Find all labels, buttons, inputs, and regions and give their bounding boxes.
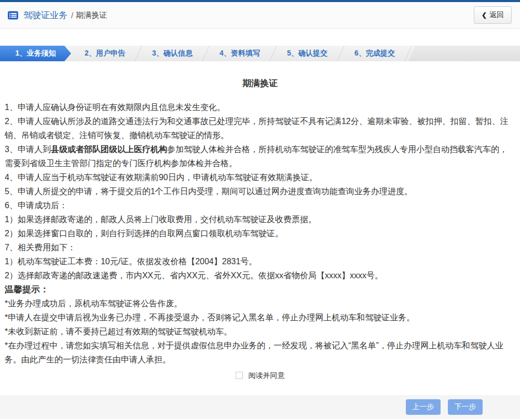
paragraph-bold-text: 县级或者部队团级以上医疗机构: [51, 145, 167, 154]
step-tab-1-business-notice[interactable]: 1、业务须知: [0, 46, 71, 61]
tip-paragraph: *未收到新证前，请不要持已超过有效期的驾驶证驾驶机动车。: [5, 324, 515, 338]
step-tab-2-user-declaration[interactable]: 2、用户申告: [71, 46, 139, 61]
breadcrumb-section: 驾驶证业务: [23, 9, 67, 21]
notice-paragraph: 2）选择邮政寄递的邮政速递费，市内XX元、省内XX元、省外XX元。依据xx省物价…: [5, 268, 515, 282]
chevron-left-icon: ❮: [482, 11, 487, 19]
notice-paragraph: 6、申请成功后：: [5, 198, 515, 212]
tip-paragraph: *在办理过程中，请您如实填写相关信息，对于提供虚假信息申办业务的，一经发现，将被…: [5, 338, 515, 367]
tips-heading: 温馨提示：: [5, 282, 515, 296]
next-step-button[interactable]: 下一步: [448, 399, 483, 415]
notice-paragraph: 1、申请人应确认身份证明在有效期限内且信息未发生变化。: [5, 100, 515, 114]
notice-paragraph: 3、申请人到县级或者部队团级以上医疗机构参加驾驶人体检并合格，所持机动车驾驶证的…: [5, 142, 515, 170]
footer-bar: 上一步 下一步: [0, 395, 520, 419]
paragraph-text: 3、申请人到: [5, 145, 51, 154]
back-button[interactable]: ❮ 返回: [474, 6, 512, 24]
step-tab-5-confirm-submit[interactable]: 5、确认提交: [273, 46, 341, 61]
step-wizard-bar: 1、业务须知 2、用户申告 3、确认信息 4、资料填写 5、确认提交 6、完成提…: [0, 46, 520, 61]
breadcrumb-separator: /: [71, 11, 73, 20]
notice-paragraph: 2）如果选择窗口自取的，则自行到选择的自取网点窗口领取机动车驾驶证。: [5, 226, 515, 240]
step-tab-3-confirm-info[interactable]: 3、确认信息: [139, 46, 206, 61]
notice-content: 期满换证 1、申请人应确认身份证明在有效期限内且信息未发生变化。 2、申请人应确…: [0, 76, 520, 381]
notice-paragraph: 2、申请人应确认所涉及的道路交通违法行为和交通事故已处理完毕，所持驾驶证不具有记…: [5, 114, 515, 142]
agree-label: 阅读并同意: [248, 371, 284, 380]
page-title: 期满换证: [5, 76, 515, 90]
step-bar-filler: [408, 46, 520, 61]
back-button-label: 返回: [489, 10, 504, 20]
agree-row: 阅读并同意: [5, 370, 515, 381]
breadcrumb-current: 期满换证: [76, 10, 107, 20]
step-tab-4-fill-materials[interactable]: 4、资料填写: [206, 46, 273, 61]
tip-paragraph: *申请人在提交申请后视为业务已办理，不再接受退办，否则将记入黑名单，停止办理网上…: [5, 310, 515, 324]
step-tab-6-complete-submit[interactable]: 6、完成提交: [341, 46, 408, 61]
license-list-icon: [7, 10, 19, 20]
notice-paragraph: 4、申请人应当于机动车驾驶证有效期满前90日内，申请机动车驾驶证有效期满换证。: [5, 170, 515, 184]
notice-paragraph: 5、申请人所提交的申请，将于提交后的1个工作日内受理，期间可以通过网办进度查询功…: [5, 184, 515, 198]
tip-paragraph: *业务办理成功后，原机动车驾驶证将公告作废。: [5, 296, 515, 310]
notice-paragraph: 1）机动车驾驶证工本费：10元/证。依据发改价格【2004】2831号。: [5, 254, 515, 268]
previous-step-button[interactable]: 上一步: [406, 399, 441, 415]
header: 驾驶证业务 / 期满换证 ❮ 返回: [0, 2, 520, 29]
notice-paragraph: 1）如果选择邮政寄递的，邮政人员将上门收取费用，交付机动车驾驶证及收费票据。: [5, 212, 515, 226]
agree-checkbox[interactable]: [236, 372, 243, 379]
notice-paragraph: 7、相关费用如下：: [5, 240, 515, 254]
